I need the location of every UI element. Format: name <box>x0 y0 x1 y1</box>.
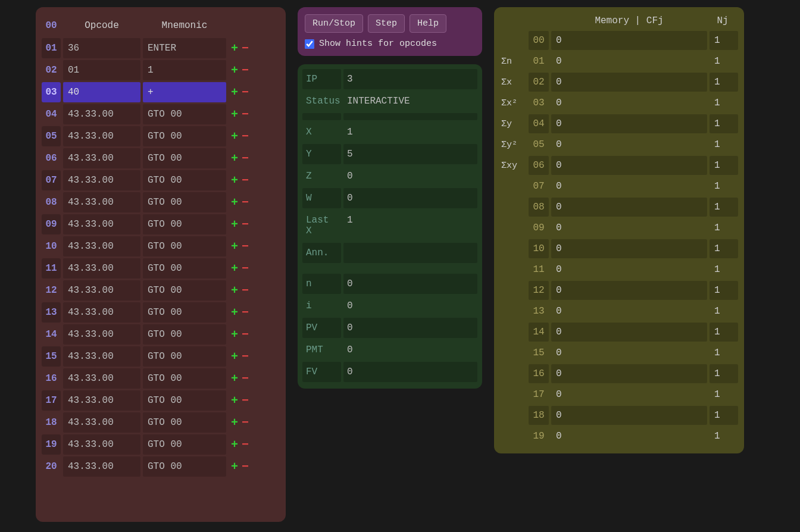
add-line-button[interactable]: + <box>231 130 238 143</box>
memory-nj-value[interactable]: 1 <box>710 406 738 425</box>
memory-cfj-value[interactable]: 0 <box>551 177 707 196</box>
memory-cfj-value[interactable]: 0 <box>551 364 707 383</box>
memory-nj-value[interactable]: 1 <box>710 73 738 92</box>
memory-nj-value[interactable]: 1 <box>710 239 738 258</box>
delete-line-button[interactable]: − <box>242 218 249 231</box>
add-line-button[interactable]: + <box>231 328 238 342</box>
delete-line-button[interactable]: − <box>242 394 249 408</box>
program-opcode[interactable]: 43.33.00 <box>63 324 140 345</box>
delete-line-button[interactable]: − <box>242 306 249 320</box>
hints-checkbox[interactable] <box>305 39 314 49</box>
program-row[interactable]: 0136ENTER+− <box>42 38 280 58</box>
memory-nj-value[interactable]: 1 <box>710 52 738 71</box>
program-opcode[interactable]: 43.33.00 <box>63 302 140 323</box>
memory-nj-value[interactable]: 1 <box>710 156 738 175</box>
delete-line-button[interactable]: − <box>242 240 249 254</box>
add-line-button[interactable]: + <box>231 108 238 121</box>
program-opcode[interactable]: 43.33.00 <box>63 346 140 367</box>
delete-line-button[interactable]: − <box>242 416 249 430</box>
program-opcode[interactable]: 43.33.00 <box>63 258 140 278</box>
program-row[interactable]: 1043.33.00GTO 00+− <box>42 236 280 256</box>
memory-nj-value[interactable]: 1 <box>710 343 738 362</box>
memory-cfj-value[interactable]: 0 <box>551 239 707 258</box>
memory-nj-value[interactable]: 1 <box>710 385 738 404</box>
memory-nj-value[interactable]: 1 <box>710 218 738 237</box>
memory-cfj-value[interactable]: 0 <box>551 198 707 217</box>
add-line-button[interactable]: + <box>231 460 238 474</box>
memory-nj-value[interactable]: 1 <box>710 31 738 50</box>
program-row[interactable]: 0843.33.00GTO 00+− <box>42 192 280 212</box>
memory-cfj-value[interactable]: 0 <box>551 31 707 50</box>
memory-nj-value[interactable]: 1 <box>710 198 738 217</box>
hints-row[interactable]: Show hints for opcodes <box>305 39 475 49</box>
delete-line-button[interactable]: − <box>242 262 249 276</box>
memory-cfj-value[interactable]: 0 <box>551 93 707 112</box>
program-opcode[interactable]: 43.33.00 <box>63 412 140 433</box>
delete-line-button[interactable]: − <box>242 108 249 121</box>
memory-nj-value[interactable]: 1 <box>710 281 738 300</box>
memory-nj-value[interactable]: 1 <box>710 93 738 112</box>
program-opcode[interactable]: 43.33.00 <box>63 170 140 190</box>
program-row[interactable]: 1743.33.00GTO 00+− <box>42 390 280 411</box>
program-opcode[interactable]: 43.33.00 <box>63 280 140 301</box>
memory-nj-value[interactable]: 1 <box>710 302 738 321</box>
memory-cfj-value[interactable]: 0 <box>551 260 707 279</box>
delete-line-button[interactable]: − <box>242 174 249 187</box>
memory-nj-value[interactable]: 1 <box>710 427 738 446</box>
memory-cfj-value[interactable]: 0 <box>551 114 707 133</box>
delete-line-button[interactable]: − <box>242 86 249 99</box>
memory-cfj-value[interactable]: 0 <box>551 52 707 71</box>
program-row[interactable]: 1343.33.00GTO 00+− <box>42 302 280 323</box>
program-opcode[interactable]: 43.33.00 <box>63 126 140 146</box>
program-opcode[interactable]: 43.33.00 <box>63 104 140 124</box>
program-row[interactable]: 1243.33.00GTO 00+− <box>42 280 280 301</box>
memory-cfj-value[interactable]: 0 <box>551 406 707 425</box>
add-line-button[interactable]: + <box>231 350 238 364</box>
memory-nj-value[interactable]: 1 <box>710 177 738 196</box>
program-opcode[interactable]: 43.33.00 <box>63 456 140 477</box>
program-opcode[interactable]: 01 <box>63 60 140 80</box>
program-opcode[interactable]: 43.33.00 <box>63 368 140 389</box>
add-line-button[interactable]: + <box>231 284 238 298</box>
program-opcode[interactable]: 43.33.00 <box>63 214 140 234</box>
program-opcode[interactable]: 43.33.00 <box>63 390 140 411</box>
memory-cfj-value[interactable]: 0 <box>551 135 707 154</box>
memory-nj-value[interactable]: 1 <box>710 323 738 342</box>
memory-cfj-value[interactable]: 0 <box>551 343 707 362</box>
program-row[interactable]: 0340++− <box>42 82 280 102</box>
delete-line-button[interactable]: − <box>242 350 249 364</box>
program-opcode[interactable]: 36 <box>63 38 140 58</box>
delete-line-button[interactable]: − <box>242 284 249 298</box>
program-row[interactable]: 1843.33.00GTO 00+− <box>42 412 280 433</box>
program-row[interactable]: 0743.33.00GTO 00+− <box>42 170 280 190</box>
program-row[interactable]: 0643.33.00GTO 00+− <box>42 148 280 168</box>
program-row[interactable]: 1943.33.00GTO 00+− <box>42 434 280 455</box>
delete-line-button[interactable]: − <box>242 130 249 143</box>
run-stop-button[interactable]: Run/Stop <box>305 14 363 33</box>
add-line-button[interactable]: + <box>231 262 238 276</box>
delete-line-button[interactable]: − <box>242 372 249 386</box>
delete-line-button[interactable]: − <box>242 328 249 342</box>
delete-line-button[interactable]: − <box>242 438 249 452</box>
program-row[interactable]: 1643.33.00GTO 00+− <box>42 368 280 389</box>
program-row[interactable]: 02011+− <box>42 60 280 80</box>
memory-cfj-value[interactable]: 0 <box>551 73 707 92</box>
add-line-button[interactable]: + <box>231 42 238 55</box>
add-line-button[interactable]: + <box>231 196 238 209</box>
add-line-button[interactable]: + <box>231 416 238 430</box>
program-opcode[interactable]: 43.33.00 <box>63 192 140 212</box>
delete-line-button[interactable]: − <box>242 64 249 77</box>
help-button[interactable]: Help <box>410 14 446 33</box>
memory-cfj-value[interactable]: 0 <box>551 281 707 300</box>
delete-line-button[interactable]: − <box>242 460 249 474</box>
delete-line-button[interactable]: − <box>242 42 249 55</box>
memory-cfj-value[interactable]: 0 <box>551 156 707 175</box>
add-line-button[interactable]: + <box>231 306 238 320</box>
memory-nj-value[interactable]: 1 <box>710 364 738 383</box>
program-row[interactable]: 1443.33.00GTO 00+− <box>42 324 280 345</box>
delete-line-button[interactable]: − <box>242 196 249 209</box>
add-line-button[interactable]: + <box>231 438 238 452</box>
memory-cfj-value[interactable]: 0 <box>551 427 707 446</box>
program-row[interactable]: 0943.33.00GTO 00+− <box>42 214 280 234</box>
memory-cfj-value[interactable]: 0 <box>551 302 707 321</box>
